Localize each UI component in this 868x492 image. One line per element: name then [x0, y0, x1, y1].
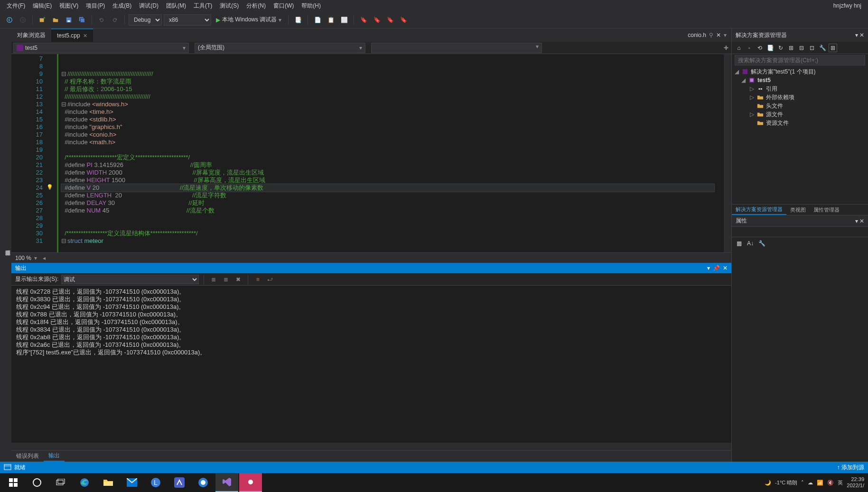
code-line[interactable]: #define PI 3.1415926 //圆周率: [61, 161, 724, 169]
code-line[interactable]: #include <time.h>: [61, 108, 724, 116]
solution-title-bar[interactable]: 解决方案资源管理器▾ ✕: [732, 28, 868, 42]
tray-clock[interactable]: 22:392022/1/: [847, 476, 864, 489]
system-tray[interactable]: 🌙 -1°C 晴朗 ˄ ☁ 📶 🔇 英 22:392022/1/: [765, 476, 866, 489]
start-button[interactable]: [2, 473, 25, 492]
code-line[interactable]: #include "graphics.h": [61, 123, 724, 131]
code-line[interactable]: #include <conio.h>: [61, 131, 724, 139]
tray-chevron-icon[interactable]: ˄: [801, 480, 804, 486]
tree-sources[interactable]: ▷ 源文件: [732, 110, 868, 119]
cortana-icon[interactable]: [26, 473, 48, 492]
menu-test[interactable]: 测试(S): [216, 2, 243, 10]
output-tool-4[interactable]: ≡: [253, 275, 262, 284]
code-line[interactable]: #define WIDTH 2000 //屏幕宽度，流星出生区域: [61, 169, 724, 176]
output-header[interactable]: 输出 ▾ 📌 ✕: [11, 263, 731, 273]
recorder-icon[interactable]: [239, 473, 262, 492]
code-line[interactable]: #define HEIGHT 1500 //屏幕高度，流星出生区域: [61, 176, 724, 184]
sln-tool-3[interactable]: ⊟: [797, 44, 806, 52]
code-line[interactable]: [61, 55, 724, 63]
sln-prop-icon[interactable]: 🔧: [818, 44, 827, 52]
toolbar-icon-7[interactable]: 🔖: [384, 14, 396, 26]
code-line[interactable]: /*********************宏定义***************…: [61, 154, 724, 161]
scope-member-select[interactable]: ▾: [371, 43, 542, 53]
code-line[interactable]: #include <math.h>: [61, 139, 724, 146]
menu-tools[interactable]: 工具(T): [190, 2, 216, 10]
undo-icon[interactable]: [96, 14, 107, 26]
tray-ime[interactable]: 英: [838, 479, 843, 486]
sln-tool-2[interactable]: ⊞: [787, 44, 795, 52]
output-tool-3[interactable]: ✖: [233, 275, 243, 284]
app-icon-2[interactable]: [168, 473, 191, 492]
rtab-classview[interactable]: 类视图: [786, 204, 810, 215]
tray-cloud-icon[interactable]: ☁: [808, 480, 813, 486]
tab-object-browser[interactable]: 对象浏览器: [11, 28, 51, 42]
toolbar-icon-1[interactable]: 📑: [292, 14, 304, 26]
scope-project-select[interactable]: test5▾: [13, 43, 189, 53]
tree-solution-root[interactable]: ◢ 解决方案"test5"(1 个项目): [732, 67, 868, 76]
config-select[interactable]: Debug: [129, 14, 162, 26]
tree-headers[interactable]: 头文件: [732, 102, 868, 110]
output-source-select[interactable]: 调试: [61, 275, 199, 284]
code-line[interactable]: #define LENGTH 20 //流星字符数: [61, 192, 724, 199]
sln-tool-5[interactable]: ⊞: [829, 44, 837, 52]
prop-az-icon[interactable]: A↓: [746, 239, 755, 248]
code-line[interactable]: #include <stdlib.h>: [61, 116, 724, 123]
menu-help[interactable]: 帮助(H): [298, 2, 325, 10]
preview-tab[interactable]: conio.h ⚲ ✕ ▾: [683, 28, 731, 42]
code-line[interactable]: #define NUM 45 //流星个数: [61, 207, 724, 214]
menu-build[interactable]: 生成(B): [109, 2, 135, 10]
mail-icon[interactable]: [121, 473, 143, 492]
menu-window[interactable]: 窗口(W): [270, 2, 298, 10]
code-line[interactable]: [61, 146, 724, 154]
prop-wrench-icon[interactable]: 🔧: [757, 239, 766, 248]
menu-view[interactable]: 视图(V): [56, 2, 82, 10]
zoom-select[interactable]: 100 %: [15, 255, 31, 261]
output-tool-2[interactable]: ≣: [221, 275, 231, 284]
code-line[interactable]: /*****************定义流星结构体***************…: [61, 230, 724, 237]
pin-icon[interactable]: ⚲: [709, 32, 713, 38]
visual-studio-icon[interactable]: [215, 473, 238, 492]
explorer-icon[interactable]: [97, 473, 120, 492]
toolbar-icon-4[interactable]: ⬜: [338, 14, 350, 26]
output-dropdown-icon[interactable]: ▾: [707, 265, 710, 271]
solution-tree[interactable]: ◢ 解决方案"test5"(1 个项目) ◢ test5 ▷▪▪ 引用 ▷ 外部…: [732, 66, 868, 204]
toolbar-icon-8[interactable]: 🔖: [398, 14, 409, 26]
tab-error-list[interactable]: 错误列表: [11, 451, 44, 462]
status-add-source[interactable]: ↑ 添加到源: [837, 464, 864, 472]
menu-file[interactable]: 文件(F): [3, 2, 29, 10]
sln-sync-icon[interactable]: ⟲: [756, 44, 764, 52]
weather-icon[interactable]: 🌙: [765, 480, 771, 486]
menu-debug[interactable]: 调试(D): [135, 2, 162, 10]
tray-wifi-icon[interactable]: 📶: [817, 480, 823, 486]
start-debug-button[interactable]: ▶ 本地 Windows 调试器 ▾: [213, 14, 284, 26]
save-all-icon[interactable]: [76, 14, 88, 26]
edge-icon[interactable]: [73, 473, 96, 492]
editor-scrollbar[interactable]: [724, 54, 731, 252]
sln-refresh-icon[interactable]: ↻: [776, 44, 785, 52]
rtab-solution[interactable]: 解决方案资源管理器: [732, 204, 786, 215]
properties-header[interactable]: 属性▾ ✕: [732, 215, 868, 227]
code-line[interactable]: #define DELAY 30 //延时: [61, 199, 724, 207]
tab-output[interactable]: 输出: [44, 451, 65, 462]
nav-back-icon[interactable]: [4, 14, 15, 26]
code-body[interactable]: ⊟///////////////////////////////////////…: [57, 54, 724, 252]
output-tool-1[interactable]: ≣: [209, 275, 218, 284]
toolbar-icon-5[interactable]: 🔖: [358, 14, 369, 26]
close-preview-icon[interactable]: ✕: [716, 32, 721, 38]
output-hscroll[interactable]: [11, 443, 731, 450]
code-line[interactable]: [61, 63, 724, 70]
code-line[interactable]: ////////////////////////////////////////…: [61, 93, 724, 101]
tree-resources[interactable]: 资源文件: [732, 119, 868, 127]
app-icon-3[interactable]: [192, 473, 215, 492]
taskview-icon[interactable]: [49, 473, 72, 492]
sln-tool-1[interactable]: 📑: [766, 44, 775, 52]
open-file-icon[interactable]: [50, 14, 61, 26]
menu-analyze[interactable]: 分析(N): [243, 2, 270, 10]
new-project-icon[interactable]: [37, 14, 48, 26]
menu-edit[interactable]: 编辑(E): [29, 2, 56, 10]
tree-project[interactable]: ◢ test5: [732, 76, 868, 84]
menu-project[interactable]: 项目(P): [82, 2, 109, 10]
solution-search-input[interactable]: [735, 55, 865, 65]
properties-object-select[interactable]: [732, 227, 868, 237]
code-editor[interactable]: 7891011121314151617181920212223242526272…: [11, 54, 731, 252]
tab-test5-cpp[interactable]: test5.cpp ✕: [51, 28, 93, 42]
